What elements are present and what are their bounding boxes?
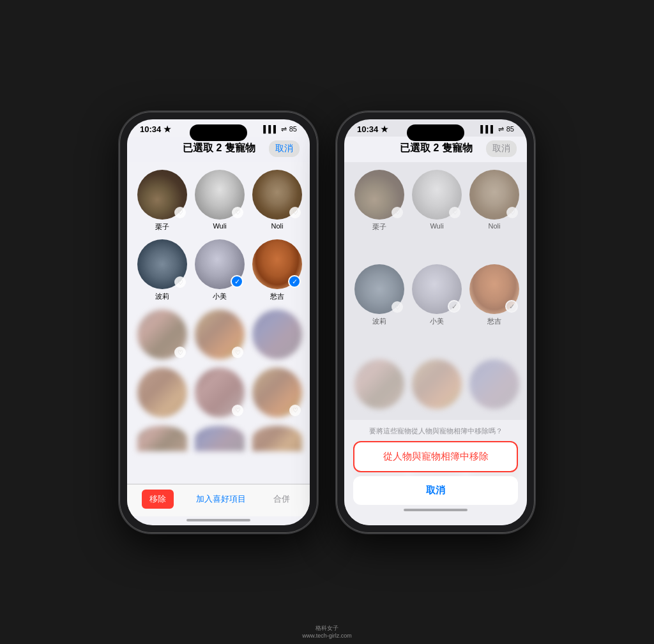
- pet-item-noli[interactable]: ♡ Noli: [250, 167, 305, 235]
- pet-name-wuli: Wuli: [213, 222, 226, 230]
- action-sheet: 要將這些寵物從人物與寵物相簿中移除嗎？ 從人物與寵物相簿中移除 取消: [344, 420, 527, 525]
- pet-item-wuli[interactable]: ♡ Wuli: [192, 167, 247, 235]
- add-favorite-button-left[interactable]: 加入喜好項目: [191, 491, 251, 507]
- pet-item-right-wuli: ♡ Wuli: [409, 167, 464, 260]
- main-container: 10:34 ★ ▌▌▌ ⇌ 85 已選取 2 隻寵物 取消: [107, 99, 547, 546]
- pet-name-xiaomei: 小美: [213, 292, 227, 301]
- pet-avatar-wrap-chouki: ✓: [252, 239, 302, 289]
- check-badge-xiaomei: ✓: [231, 275, 243, 288]
- pet-item-blur6[interactable]: ♡: [250, 365, 305, 421]
- action-sheet-hint: 要將這些寵物從人物與寵物相簿中移除嗎？: [353, 426, 518, 436]
- pet-item-right-poli: ♡ 波莉: [352, 262, 407, 354]
- pet-avatar-blur9: [252, 426, 302, 451]
- time-left: 10:34 ★: [140, 124, 171, 134]
- pet-avatar-wrap-right-poli: ♡: [354, 264, 404, 314]
- pet-name-kuriko: 栗子: [155, 222, 169, 232]
- pet-avatar-blur4: [137, 368, 187, 417]
- bottom-toolbar-left: 移除 加入喜好項目 合併: [127, 484, 310, 516]
- pet-item-right-kuriko: ♡ 栗子: [352, 167, 407, 260]
- dynamic-island-right: [407, 124, 464, 141]
- pet-item-poli[interactable]: ♡ 波莉: [135, 237, 190, 304]
- pet-avatar-wrap-right-kuriko: ♡: [354, 170, 404, 220]
- pet-item-xiaomei[interactable]: ✓ 小美: [192, 237, 247, 304]
- pet-avatar-right-blur3: [469, 359, 519, 409]
- action-sheet-cancel-button[interactable]: 取消: [353, 476, 518, 505]
- pet-name-right-poli: 波莉: [372, 317, 386, 326]
- pet-item-blur1[interactable]: ♡: [135, 307, 190, 363]
- nav-title-right: 已選取 2 隻寵物: [400, 142, 473, 155]
- heart-badge-kuriko: ♡: [174, 207, 186, 218]
- pet-name-right-xiaomei: 小美: [430, 317, 444, 326]
- pet-item-blur4[interactable]: [135, 365, 190, 421]
- cancel-button-left[interactable]: 取消: [269, 140, 300, 157]
- pet-grid-left: ♡ 栗子 ♡ Wuli ♡ Noli: [127, 162, 310, 484]
- pet-avatar-wrap-xiaomei: ✓: [195, 239, 245, 289]
- pet-avatar-wrap-blur9: [252, 426, 302, 476]
- heart-badge-right-poli: ♡: [392, 301, 403, 313]
- pet-name-chouki: 愁吉: [270, 292, 284, 301]
- pet-avatar-wrap-poli: ♡: [137, 239, 187, 289]
- dynamic-island-left: [190, 124, 247, 141]
- check-badge-right-xiaomei: ✓: [448, 300, 460, 313]
- status-icons-right: ▌▌▌ ⇌ 85: [480, 125, 514, 133]
- battery-right: 85: [506, 125, 514, 133]
- pet-avatar-wrap-blur3: [252, 310, 302, 359]
- pet-item-blur3[interactable]: [250, 307, 305, 363]
- cancel-button-right[interactable]: 取消: [486, 140, 517, 157]
- check-badge-right-chouki: ✓: [505, 300, 518, 313]
- heart-badge-blur1: ♡: [174, 347, 186, 358]
- pet-name-noli: Noli: [271, 222, 284, 230]
- right-phone: 10:34 ★ ▌▌▌ ⇌ 85 已選取 2 隻寵物 取消: [337, 112, 535, 533]
- pet-avatar-wrap-blur7: [137, 426, 187, 476]
- pet-name-right-noli: Noli: [489, 222, 501, 230]
- signal-icon-left: ▌▌▌: [263, 125, 278, 133]
- pet-avatar-wrap-blur6: ♡: [252, 368, 302, 417]
- left-screen: 10:34 ★ ▌▌▌ ⇌ 85 已選取 2 隻寵物 取消: [127, 119, 310, 525]
- pet-avatar-wrap-noli: ♡: [252, 170, 302, 220]
- pet-item-right-xiaomei: ✓ 小美: [409, 262, 464, 354]
- pet-avatar-wrap-right-chouki: ✓: [469, 264, 519, 314]
- heart-badge-blur2: ♡: [232, 347, 243, 358]
- pet-avatar-wrap-blur4: [137, 368, 187, 417]
- merge-button-left: 合併: [268, 491, 295, 507]
- pet-avatar-wrap-blur8: [195, 426, 245, 476]
- nav-title-left: 已選取 2 隻寵物: [183, 142, 255, 155]
- pet-item-blur2[interactable]: ♡: [192, 307, 247, 363]
- pet-avatar-right-blur2: [412, 359, 462, 409]
- status-icons-left: ▌▌▌ ⇌ 85: [263, 125, 297, 133]
- heart-badge-blur5: ♡: [232, 405, 243, 416]
- battery-left: 85: [289, 125, 297, 133]
- pet-avatar-wrap-right-xiaomei: ✓: [412, 264, 462, 314]
- pet-name-poli: 波莉: [155, 292, 169, 301]
- pet-item-blur8[interactable]: [192, 423, 247, 479]
- pet-avatar-wrap-right-blur1: [354, 359, 404, 409]
- pet-item-chouki[interactable]: ✓ 愁吉: [250, 237, 305, 304]
- wifi-icon-left: ⇌: [281, 125, 287, 133]
- pet-name-right-chouki: 愁吉: [487, 317, 501, 326]
- pet-item-right-chouki: ✓ 愁吉: [467, 262, 522, 354]
- wifi-icon-right: ⇌: [498, 125, 504, 133]
- pet-avatar-blur8: [195, 426, 245, 451]
- remove-from-album-button[interactable]: 從人物與寵物相簿中移除: [353, 441, 518, 472]
- heart-badge-right-wuli: ♡: [449, 207, 460, 218]
- time-right: 10:34 ★: [357, 124, 388, 134]
- heart-badge-poli: ♡: [174, 276, 186, 288]
- pet-item-kuriko[interactable]: ♡ 栗子: [135, 167, 190, 235]
- pet-avatar-right-blur1: [354, 359, 404, 409]
- remove-button-left[interactable]: 移除: [142, 490, 174, 509]
- pet-item-blur7[interactable]: [135, 423, 190, 479]
- heart-badge-right-noli: ♡: [506, 207, 518, 218]
- pet-item-blur9[interactable]: [250, 423, 305, 479]
- pet-name-right-kuriko: 栗子: [372, 222, 386, 232]
- pet-avatar-wrap-wuli: ♡: [195, 170, 245, 220]
- heart-badge-noli: ♡: [289, 207, 301, 218]
- heart-badge-right-kuriko: ♡: [392, 207, 403, 218]
- pet-avatar-wrap-blur1: ♡: [137, 310, 187, 359]
- home-indicator-left: [186, 519, 250, 521]
- home-indicator-right: [404, 509, 468, 511]
- check-badge-chouki: ✓: [288, 275, 301, 288]
- pet-avatar-blur3: [252, 310, 302, 359]
- left-phone: 10:34 ★ ▌▌▌ ⇌ 85 已選取 2 隻寵物 取消: [119, 112, 317, 533]
- pet-avatar-wrap-kuriko: ♡: [137, 170, 187, 220]
- pet-item-blur5[interactable]: ♡: [192, 365, 247, 421]
